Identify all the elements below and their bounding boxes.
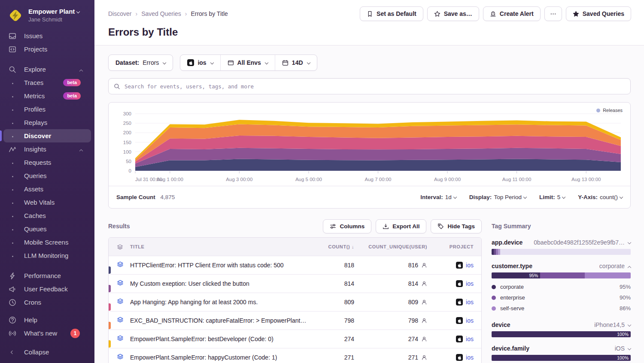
tag-distribution-bar[interactable]: 100% xyxy=(492,331,631,337)
error-title-link[interactable]: HTTPClientError: HTTP Client Error with … xyxy=(130,262,307,269)
sidebar-item-web-vitals[interactable]: Web Vitals xyxy=(3,196,91,209)
breadcrumb-saved-queries[interactable]: Saved Queries xyxy=(141,10,181,17)
error-title-link[interactable]: App Hanging: App hanging for at least 20… xyxy=(130,299,307,306)
tag-distribution-bar[interactable] xyxy=(492,249,631,255)
tag-section-header[interactable]: customer.type corporate xyxy=(492,262,631,270)
create-alert-button[interactable]: Create Alert xyxy=(483,6,541,21)
sidebar-item-mobile-screens[interactable]: Mobile Screens xyxy=(3,236,91,249)
yaxis-selector[interactable]: Y-Axis:count() xyxy=(578,194,623,200)
bullet-icon xyxy=(9,252,16,259)
bullet-icon xyxy=(9,132,16,139)
org-header[interactable]: Empower Plant Jane Schmidt xyxy=(0,0,94,26)
environment-selector[interactable]: All Envs xyxy=(220,55,275,70)
columns-button[interactable]: Columns xyxy=(323,219,371,233)
error-title-link[interactable]: EmpowerPlant.SampleError: bestDeveloper … xyxy=(130,336,307,342)
count-unique-value: 274 xyxy=(354,336,427,342)
breadcrumb-discover[interactable]: Discover xyxy=(108,10,131,17)
sidebar-item-replays[interactable]: Replays xyxy=(3,116,91,129)
apple-ios-icon xyxy=(456,354,463,361)
column-project[interactable]: PROJECT xyxy=(427,244,474,249)
sidebar-item-what-s-new[interactable]: What's new1 xyxy=(3,327,91,340)
chevron-down-icon[interactable] xyxy=(628,321,631,329)
apple-ios-icon xyxy=(456,262,463,269)
project-link[interactable]: ios xyxy=(466,336,474,342)
project-selector[interactable]: ios xyxy=(180,55,220,70)
tag-distribution-bar[interactable]: 100% xyxy=(492,355,631,361)
person-icon xyxy=(421,299,427,305)
ellipsis-icon xyxy=(550,11,556,17)
column-title[interactable]: TITLE xyxy=(130,244,307,249)
sidebar-item-llm-monitoring[interactable]: LLM Monitoring xyxy=(3,249,91,262)
bullet-icon xyxy=(9,199,16,206)
sidebar-item-requests[interactable]: Requests xyxy=(3,156,91,169)
column-count-unique[interactable]: COUNT_UNIQUE(USER) xyxy=(354,244,427,249)
error-title-link[interactable]: EmpowerPlant.SampleError: happyCustomer … xyxy=(130,354,307,361)
sidebar-item-discover[interactable]: Discover xyxy=(3,129,91,142)
chevron-down-icon[interactable] xyxy=(628,239,631,246)
error-title-link[interactable]: My Custom exeption: User clicked the but… xyxy=(130,280,307,287)
sidebar-item-insights[interactable]: Insights xyxy=(3,142,91,156)
date-range-selector[interactable]: 14D xyxy=(275,55,317,70)
sidebar-gap xyxy=(3,262,91,269)
sidebar-item-help[interactable]: Help xyxy=(3,313,91,327)
project-link[interactable]: ios xyxy=(466,280,474,287)
svg-text:Aug 7 00:00: Aug 7 00:00 xyxy=(365,177,391,182)
tag-section-header[interactable]: app.device 0baebc0de4982f1255f2e9e9fb7… xyxy=(492,239,631,246)
tag-legend-row[interactable]: enterprise 90% xyxy=(492,292,631,303)
bullet-icon xyxy=(9,92,16,100)
project-link[interactable]: ios xyxy=(466,354,474,361)
sidebar-item-label: Traces xyxy=(24,79,43,86)
sidebar-item-queues[interactable]: Queues xyxy=(3,222,91,236)
sample-count: Sample Count 4,875 xyxy=(116,194,175,200)
tag-legend-row[interactable]: self-serve 86% xyxy=(492,303,631,314)
sidebar-item-explore[interactable]: Explore xyxy=(3,63,91,76)
sidebar-item-user-feedback[interactable]: User Feedback xyxy=(3,282,91,296)
sidebar-item-crons[interactable]: Crons xyxy=(3,296,91,309)
sidebar-item-projects[interactable]: Projects xyxy=(3,42,91,56)
saved-queries-button[interactable]: Saved Queries xyxy=(566,6,631,21)
sidebar-item-issues[interactable]: Issues xyxy=(3,29,91,42)
date-range-value: 14D xyxy=(292,59,303,66)
save-as-button[interactable]: Save as… xyxy=(427,6,479,21)
sidebar-item-traces[interactable]: Tracesbeta xyxy=(3,76,91,89)
project-link[interactable]: ios xyxy=(466,262,474,269)
siren-icon xyxy=(490,11,496,17)
tag-top-value: iOS xyxy=(615,345,625,352)
sidebar-item-caches[interactable]: Caches xyxy=(3,209,91,222)
hide-tags-button[interactable]: Hide Tags xyxy=(431,219,482,233)
legend-percent: 86% xyxy=(620,305,631,312)
bullet-icon xyxy=(9,225,16,233)
insights-icon xyxy=(9,145,16,153)
sidebar-item-performance[interactable]: Performance xyxy=(3,269,91,282)
interval-selector[interactable]: Interval:1d xyxy=(420,194,456,200)
tag-section-header[interactable]: device.family iOS xyxy=(492,345,631,352)
sidebar-item-metrics[interactable]: Metricsbeta xyxy=(3,89,91,103)
svg-text:Aug 13 00:00: Aug 13 00:00 xyxy=(571,177,601,182)
dataset-selector[interactable]: Dataset: Errors xyxy=(108,54,173,71)
limit-selector[interactable]: Limit:5 xyxy=(539,194,565,200)
legend-dot-icon xyxy=(492,306,496,311)
export-all-button[interactable]: Export All xyxy=(376,219,426,233)
more-options-button[interactable] xyxy=(544,6,562,21)
search-input[interactable] xyxy=(124,83,625,90)
tag-distribution-bar[interactable]: 95% xyxy=(492,272,631,278)
legend-percent: 95% xyxy=(620,284,631,290)
header-actions: Set as DefaultSave as…Create AlertSaved … xyxy=(360,6,631,21)
tag-section-header[interactable]: device iPhone14,5 xyxy=(492,321,631,329)
table-row: App Hanging: App hanging for at least 20… xyxy=(109,293,481,311)
collapse-button[interactable]: Collapse xyxy=(3,345,91,359)
chevron-down-icon[interactable] xyxy=(628,345,631,352)
tag-legend-row[interactable]: corporate 95% xyxy=(492,281,631,292)
sidebar-item-queries[interactable]: Queries xyxy=(3,169,91,182)
project-link[interactable]: ios xyxy=(466,317,474,324)
set-as-default-button[interactable]: Set as Default xyxy=(360,6,423,21)
error-title-link[interactable]: EXC_BAD_INSTRUCTION: captureFatalError: … xyxy=(130,317,307,324)
chevron-up-icon[interactable] xyxy=(628,262,631,270)
sidebar-item-profiles[interactable]: Profiles xyxy=(3,103,91,116)
sidebar-item-assets[interactable]: Assets xyxy=(3,182,91,196)
series-color-chip xyxy=(109,285,111,292)
column-count[interactable]: COUNT() ↓ xyxy=(307,244,354,249)
chart-legend[interactable]: Releases xyxy=(596,108,623,113)
project-link[interactable]: ios xyxy=(466,299,474,306)
display-selector[interactable]: Display:Top Period xyxy=(469,194,526,200)
